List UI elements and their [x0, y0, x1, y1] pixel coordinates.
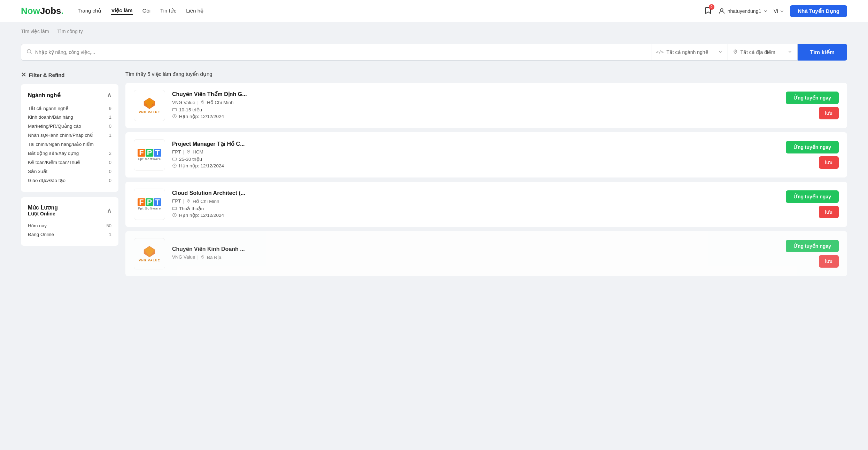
location-label: Tất cả địa điểm	[741, 49, 775, 55]
vng-label: VNG VALUE	[139, 110, 160, 114]
save-button[interactable]: lưu	[819, 156, 839, 169]
apply-button[interactable]: Ứng tuyển ngay	[786, 240, 839, 252]
job-meta: VNG Value | Bà Rịa	[172, 254, 779, 260]
industry-dropdown[interactable]: </> Tất cả ngành nghề	[651, 44, 728, 61]
salary-icon	[172, 157, 177, 161]
salary-value: 25-30 triệu	[179, 156, 202, 162]
industry-collapse-icon[interactable]: ∧	[107, 91, 111, 99]
job-actions: Ứng tuyển ngay lưu	[786, 240, 839, 268]
company-name: VNG Value	[172, 254, 195, 260]
user-dropdown-icon	[763, 9, 768, 14]
separator: |	[183, 149, 185, 155]
nav-trang-chu[interactable]: Trang chủ	[78, 8, 102, 15]
filter-count: 0	[109, 160, 111, 165]
salary-section-title: Mức Lương Lượt Online ∧	[28, 204, 111, 216]
filter-title: Filter & Refind	[29, 72, 65, 78]
salary-collapse-icon[interactable]: ∧	[107, 207, 111, 214]
svg-point-17	[202, 256, 203, 257]
logo[interactable]: NowJobs.	[21, 6, 64, 16]
location-icon	[186, 199, 191, 203]
job-title[interactable]: Chuyên Viên Kinh Doanh ...	[172, 246, 779, 252]
salary-subtitle-label: Lượt Online	[28, 211, 58, 216]
filter-kinh-doanh[interactable]: Kinh doanh/Bán hàng 1	[28, 113, 111, 121]
filter-count: 0	[109, 124, 111, 129]
location-dropdown-arrow	[788, 49, 792, 55]
filter-count: 50	[107, 223, 111, 228]
lang-select[interactable]: VI	[774, 8, 784, 14]
apply-button[interactable]: Ứng tuyển ngay	[786, 92, 839, 104]
job-actions: Ứng tuyển ngay lưu	[786, 141, 839, 169]
svg-point-1	[27, 49, 31, 53]
company-logo-vng2[interactable]: VNG VALUE	[134, 238, 165, 269]
filter-label: Sản xuất	[28, 168, 47, 174]
nav-viec-lam[interactable]: Việc làm	[111, 7, 132, 15]
save-button[interactable]: lưu	[819, 206, 839, 218]
fpt-t: T	[154, 149, 161, 157]
company-logo-fpt2[interactable]: F P T Fpt Software	[134, 189, 165, 220]
filter-ke-toan[interactable]: Kế toán/Kiểm toán/Thuế 0	[28, 158, 111, 167]
job-title[interactable]: Cloud Solution Architect (...	[172, 190, 779, 196]
apply-button[interactable]: Ứng tuyển ngay	[786, 190, 839, 203]
filter-count: 1	[109, 232, 111, 237]
filter-san-xuat[interactable]: Sản xuất 0	[28, 167, 111, 176]
apply-button[interactable]: Ứng tuyển ngay	[786, 141, 839, 153]
location: Hồ Chí Minh	[193, 198, 219, 204]
filter-online[interactable]: Đang Online 1	[28, 230, 111, 239]
location-icon	[201, 255, 205, 259]
fpt-p: P	[146, 198, 153, 206]
filter-all-industries[interactable]: Tất cả ngành nghề 9	[28, 104, 111, 113]
job-salary: 10-15 triệu	[172, 107, 779, 112]
job-actions: Ứng tuyển ngay lưu	[786, 92, 839, 119]
location-icon	[201, 100, 205, 104]
deadline-value: Hạn nộp: 12/12/2024	[179, 212, 224, 218]
salary-title-wrap: Mức Lương Lượt Online	[28, 204, 58, 216]
job-title[interactable]: Chuyên Viên Thẩm Định G...	[172, 91, 779, 97]
sub-nav: Tìm việc làm Tìm công ty	[0, 22, 868, 37]
industry-filter-section: Ngành nghề ∧ Tất cả ngành nghề 9 Kinh do…	[21, 84, 118, 192]
search-button[interactable]: Tìm kiếm	[798, 44, 847, 61]
separator: |	[197, 100, 199, 105]
filter-close-icon[interactable]: ✕	[21, 71, 26, 79]
filter-count: 2	[109, 151, 111, 156]
location: Hồ Chí Minh	[207, 100, 234, 105]
filter-bat-dong-san[interactable]: Bất động sản/Xây dựng 2	[28, 149, 111, 158]
company-logo-vng[interactable]: VNG VALUE	[134, 90, 165, 121]
search-input-wrap[interactable]	[21, 44, 651, 61]
employer-button[interactable]: Nhà Tuyển Dụng	[790, 5, 847, 17]
industry-title-label: Ngành nghề	[28, 92, 61, 98]
save-button[interactable]: lưu	[819, 255, 839, 268]
salary-icon	[172, 206, 177, 211]
salary-value: 10-15 triệu	[179, 107, 202, 112]
filter-marketing[interactable]: Marketing/PR/Quảng cáo 0	[28, 121, 111, 131]
logo-dot: .	[61, 6, 64, 16]
subnav-viec-lam[interactable]: Tìm việc làm	[21, 29, 49, 37]
filter-tai-chinh[interactable]: Tài chính/Ngân hàng/Bảo hiểm	[28, 140, 111, 149]
salary-value: Thoả thuận	[179, 206, 204, 211]
nav-tin-tuc[interactable]: Tin tức	[160, 8, 176, 15]
location-dropdown[interactable]: Tất cả địa điểm	[728, 44, 798, 61]
svg-marker-5	[145, 98, 155, 109]
location-icon	[733, 49, 738, 55]
filter-today[interactable]: Hôm nay 50	[28, 221, 111, 230]
nav-goi[interactable]: Gói	[142, 8, 150, 14]
search-input[interactable]	[35, 49, 646, 55]
industry-label: Tất cả ngành nghề	[666, 49, 708, 55]
job-title[interactable]: Project Manager Tại Hồ C...	[172, 141, 779, 147]
fpt-t: T	[154, 198, 161, 206]
filter-label: Nhân sự/Hành chính/Pháp chế	[28, 132, 93, 138]
user-menu[interactable]: nhatuyendung1	[718, 7, 768, 15]
filter-nhan-su[interactable]: Nhân sự/Hành chính/Pháp chế 1	[28, 131, 111, 140]
company-logo-fpt[interactable]: F P T Fpt Software	[134, 139, 165, 171]
subnav-cong-ty[interactable]: Tìm công ty	[57, 29, 83, 37]
clock-icon	[172, 114, 177, 119]
save-button[interactable]: lưu	[819, 107, 839, 119]
nav-lien-he[interactable]: Liên hệ	[186, 8, 203, 15]
search-section: </> Tất cả ngành nghề Tất cả địa điểm Tì…	[0, 37, 868, 71]
bookmark-icon[interactable]: 0	[704, 6, 712, 16]
fpt-letters: F P T	[138, 198, 161, 206]
job-info: Chuyên Viên Kinh Doanh ... VNG Value | B…	[172, 246, 779, 262]
filter-giao-duc[interactable]: Giáo dục/Đào tạo 0	[28, 176, 111, 185]
filter-count: 0	[109, 178, 111, 183]
filter-label: Kế toán/Kiểm toán/Thuế	[28, 159, 80, 165]
vng-diamond-icon	[143, 245, 156, 258]
